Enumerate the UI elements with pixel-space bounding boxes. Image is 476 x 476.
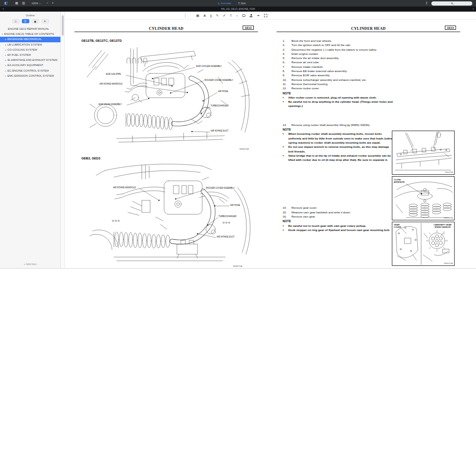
select-area-icon[interactable] [264,14,267,17]
outline-item[interactable]: ENGINE GE13 REPAIR MANUAL [0,26,60,32]
step-text: Remove the air intake duct assembly. [291,56,393,60]
diagram-label: AIR INTAKE MANIFOLD [113,186,136,189]
procedure-step: 10. Remove turbocharger assembly and exh… [283,78,393,82]
zoom-in-button[interactable] [50,0,56,7]
step-number: 7. [283,65,291,69]
step-number: 6. [283,60,291,64]
page-header: CYLINDER HEAD [277,26,460,31]
underline-text-icon[interactable] [210,14,212,17]
edit-button[interactable]: Edit [238,2,246,5]
step-number: 5. [283,56,291,60]
bullet-icon: ● [283,145,288,153]
note-item: ● After rocker cover is removed, plug oi… [283,95,393,99]
step-text: Remove intake manifold. [291,65,393,69]
engine-line-art [86,161,253,268]
step-text: Turn the ignition switch to OFF and tilt… [291,43,393,47]
chevron-icon: ▸ [4,53,7,58]
tab-outline-icon[interactable] [22,19,29,23]
step-number: 12. [283,86,291,90]
bullet-icon: ● [283,95,288,99]
diagram-label: AIR INTAKE DUCT [211,130,228,132]
scrollbar-thumb[interactable] [62,15,64,36]
text-tool-icon[interactable] [230,14,231,17]
document-tab[interactable]: NN_UD_GE13_ENGINE_FSM [0,7,476,12]
outline-item-label: EA-AUXILIARY EQUIPMENT [7,63,43,68]
outline-item[interactable]: ▾ ENGINE (GE13) TABLE OF CONTENTS [0,32,60,37]
chevron-icon: ▸ [4,63,7,68]
outline-item[interactable]: ▸ EC-ENGINE CONTROL SYSTEM [0,68,60,73]
figure-label: GEAR COVER [394,224,407,228]
sidebar-toggle-icon[interactable] [2,0,10,7]
note-heading: NOTE [283,219,393,223]
note-list: ● After rocker cover is removed, plug oi… [283,95,393,108]
procedure-steps: 14. Remove gear cover. 15. Measure cam g… [283,205,393,218]
pencil-icon[interactable] [216,14,219,18]
toolbar-handle[interactable] [185,13,185,18]
sidebar-scrollbar[interactable] [61,12,65,268]
step-number: 10. [283,78,291,82]
shape-tool-icon[interactable] [236,14,238,17]
page-header: CYLINDER HEAD [74,26,258,31]
add-item-button[interactable]: + Add Item [0,263,60,265]
add-tab-icon[interactable]: + [472,7,474,12]
left-page: CYLINDER HEAD GE13 GE13TB, GE13TC, GE13T… [74,26,258,268]
chevron-icon: ▸ [4,68,7,73]
step-text: Remove air vent tube. [291,60,393,64]
search-icon [451,2,453,4]
outline-item[interactable]: ▸ CO-COOLING SYSTEM [0,47,60,53]
step-number: 3. [283,47,291,52]
procedure-column: 1. Block the front and rear wheels. 2. T… [283,39,393,232]
comment-icon[interactable] [242,14,245,17]
diagram-label: TURBOCHARGER [211,105,228,107]
procedure-step: 4. Drain engine coolant. [283,52,393,56]
annotate-pen-icon [218,2,220,5]
diagram-label: EGR VALVE ASSEMBLY [99,103,122,106]
zoom-level[interactable]: 120% [32,2,38,5]
zoom-out-button[interactable] [44,0,50,7]
note-item: ● When loosening rocker shaft assembly m… [283,132,393,145]
chevron-icon: ▸ [4,42,7,47]
outline-item[interactable]: ▸ EF-FUEL SYSTEM [0,53,60,58]
procedure-step: 14. Remove gear cover. [283,205,393,210]
two-page-view-icon[interactable] [20,0,27,7]
step-number: 9. [283,73,291,77]
procedure-step: 15. Measure cam gear backlash and write … [283,210,393,214]
note-text: After rocker cover is removed, plug oil … [288,95,393,99]
thumbnails-view-icon[interactable] [13,0,20,7]
step-text: Block the front and rear wheels. [291,39,393,43]
step-text: Remove EE brake solenoid valve assembly. [291,69,393,73]
zoom-caret-icon[interactable]: ∨ [39,2,40,5]
stamp-icon[interactable] [250,14,253,18]
procedure-step: 8. Remove EE brake solenoid valve assemb… [283,69,393,73]
annotate-button[interactable]: Annotate [218,2,231,5]
outline-item[interactable]: ▸ LB-LUBRICATION SYSTEM [0,42,60,47]
share-icon[interactable] [423,0,430,7]
bullet-icon: ● [283,228,288,232]
engine-diagram-2: AIR INTAKE MANIFOLDROCKER COVER ASSEMBLY… [86,161,253,268]
right-page: CYLINDER HEAD GE13 1. Block the front an… [277,26,460,268]
image-stamp-icon[interactable] [196,14,199,18]
outline-item-label: EF-FUEL SYSTEM [7,53,31,58]
outline-item[interactable]: ▸ EA-AUXILIARY EQUIPMENT [0,63,60,68]
procedure-step: 6. Remove air vent tube. [283,60,393,64]
outline-item[interactable]: ▸ EMC-EMISSION CONTROL SYSTEM [0,73,60,79]
header-rule [277,32,460,32]
search-input[interactable] [431,1,472,6]
signature-pen-icon[interactable] [257,14,260,18]
tab-annotations-icon[interactable] [32,19,39,23]
tab-thumbnails-icon[interactable] [12,19,20,23]
marker-icon[interactable] [223,14,226,18]
header-rule [74,32,258,32]
diagram-label: AIR INTAKE DUCT [217,236,234,238]
tab-bookmarks-icon[interactable] [41,19,49,23]
highlight-text-icon[interactable] [204,14,206,17]
content-region: Outline ENGINE GE13 REPAIR MANUAL ▾ ENGI… [0,12,476,268]
outline-item[interactable]: ▸ IE-AIRINTAKE AND EXHAUST SYSTEM [0,58,60,63]
outline-item[interactable]: ▸ EM-ENGINE MECHANICAL [0,37,60,42]
outline-item-label: IE-AIRINTAKE AND EXHAUST SYSTEM [7,58,57,63]
figure-code: WEM070A [233,265,242,267]
pdf-app-window: 120% ∨ Annotate Edit ✕ NN_UD_GE13_ENGINE… [0,0,476,268]
step-number: 4. [283,52,291,56]
spacer [283,162,393,205]
engine-diagram-1: EGR COOLER ASSEMBLYEGR GAS PIPEAIR INTAK… [86,45,253,154]
